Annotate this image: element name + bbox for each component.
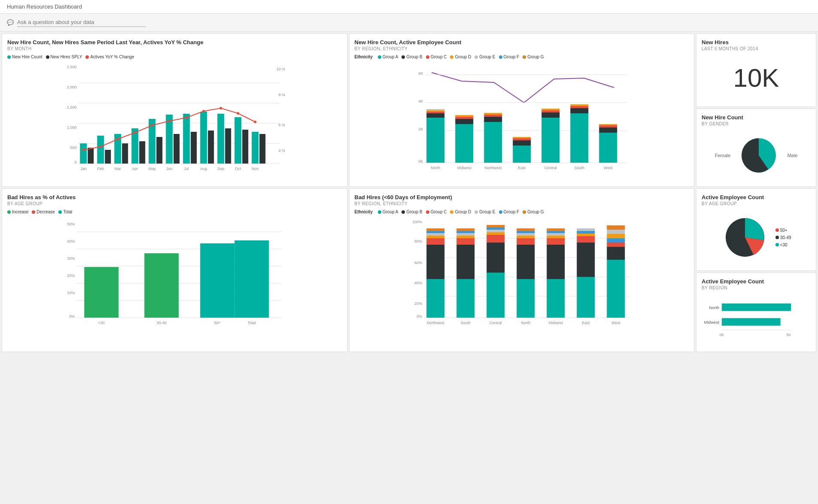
right-panel-bottom: Active Employee Count BY AGE GROUP 50+ 3… [696, 188, 816, 352]
chart1-legend: New Hire Count New Hires SPLY Actives Yo… [7, 55, 342, 59]
svg-rect-31 [173, 134, 179, 164]
svg-text:4 %: 4 % [279, 149, 286, 153]
svg-text:10%: 10% [67, 291, 75, 295]
svg-text:Oct: Oct [235, 167, 241, 171]
svg-rect-117 [144, 253, 179, 318]
pie-age: 50+ 30-49 <30 [702, 209, 811, 265]
svg-rect-29 [139, 141, 145, 164]
svg-rect-142 [456, 279, 474, 318]
chart2-legend: Ethnicity Group A Group B Group C Group … [355, 55, 689, 59]
svg-text:0: 0 [74, 160, 76, 164]
svg-text:40%: 40% [67, 239, 75, 243]
svg-rect-24 [234, 117, 241, 164]
svg-rect-180 [607, 234, 625, 238]
legend-group-a: Group A [378, 55, 398, 59]
svg-rect-163 [547, 279, 565, 318]
legend-new-hire-sply: New Hires SPLY [46, 55, 82, 59]
svg-text:West: West [604, 166, 613, 170]
svg-rect-78 [484, 115, 502, 117]
svg-rect-91 [570, 104, 588, 106]
svg-rect-138 [426, 236, 444, 238]
chart6-title: Bad Hires (<60 Days of Employment) [355, 194, 689, 200]
qa-input[interactable] [17, 18, 146, 27]
svg-text:North: North [521, 321, 530, 325]
svg-rect-137 [426, 238, 444, 245]
svg-point-40 [134, 131, 136, 134]
svg-text:Nov: Nov [252, 167, 259, 171]
svg-rect-157 [517, 245, 535, 279]
app-header: Human Resources Dashboard [0, 0, 818, 14]
legend-decrease: Decrease [32, 209, 55, 214]
chart-bad-hires-region: Bad Hires (<60 Days of Employment) BY RE… [349, 188, 695, 352]
svg-text:1,000: 1,000 [67, 125, 77, 130]
legend2-group-d: Group D [450, 209, 471, 214]
svg-rect-25 [252, 132, 258, 164]
svg-rect-141 [426, 228, 444, 231]
svg-point-43 [185, 116, 188, 119]
svg-rect-16 [97, 136, 104, 164]
svg-rect-167 [547, 233, 565, 236]
chart4-subtitle: BY GENDER [702, 121, 811, 126]
svg-rect-162 [517, 228, 535, 231]
svg-rect-136 [426, 245, 444, 279]
svg-text:Feb: Feb [97, 167, 104, 171]
svg-rect-70 [426, 110, 444, 112]
svg-rect-86 [541, 110, 560, 112]
svg-text:East: East [518, 166, 526, 170]
svg-text:<30: <30 [98, 321, 105, 325]
svg-text:0%: 0% [417, 314, 422, 319]
svg-rect-84 [541, 118, 560, 163]
svg-text:Jun: Jun [166, 167, 173, 171]
svg-rect-176 [607, 260, 625, 318]
svg-rect-119 [234, 240, 269, 318]
svg-point-47 [254, 121, 256, 123]
chart-new-hire-month: New Hire Count, New Hires Same Period La… [2, 33, 347, 187]
svg-text:0K: 0K [418, 159, 423, 164]
chart2-title: New Hire Count, Active Employee Count [355, 39, 689, 46]
svg-rect-145 [456, 236, 474, 238]
chart4-title: New Hire Count [702, 114, 811, 121]
chart8-area: North Midwest 0K 5K [702, 294, 811, 346]
chart5-legend: Increase Decrease Total [7, 209, 342, 214]
svg-rect-139 [426, 233, 444, 236]
svg-text:1,500: 1,500 [67, 105, 77, 109]
svg-text:50+: 50+ [214, 321, 221, 325]
svg-point-41 [151, 124, 153, 127]
svg-point-45 [219, 107, 222, 109]
svg-text:Northwest: Northwest [484, 166, 502, 170]
svg-rect-158 [517, 238, 535, 245]
svg-rect-79 [484, 113, 502, 115]
chart2-area: 6K 4K 2K 0K [355, 62, 689, 175]
svg-rect-90 [570, 106, 588, 108]
card-new-hire-gender: New Hire Count BY GENDER Female Male [696, 109, 816, 187]
svg-text:Jan: Jan [80, 167, 87, 171]
svg-rect-171 [577, 243, 595, 277]
chart1-title: New Hire Count, New Hires Same Period La… [7, 39, 342, 46]
svg-rect-82 [513, 138, 531, 140]
svg-rect-194 [722, 318, 781, 326]
svg-text:Aug: Aug [200, 167, 207, 171]
svg-rect-150 [487, 243, 505, 273]
chart5-area: 50% 40% 30% 20% 10% 0% [7, 217, 342, 330]
svg-rect-166 [547, 236, 565, 238]
svg-text:Midwest: Midwest [548, 321, 563, 325]
svg-text:East: East [582, 321, 590, 325]
svg-rect-178 [607, 243, 625, 247]
svg-rect-95 [599, 124, 617, 125]
pie-gender: Female Male [702, 130, 811, 181]
svg-rect-165 [547, 238, 565, 245]
svg-rect-155 [487, 225, 505, 228]
svg-text:Apr: Apr [132, 167, 138, 171]
legend-group-d: Group D [450, 55, 471, 59]
qa-icon: 💬 [7, 19, 14, 26]
svg-rect-74 [455, 117, 473, 119]
svg-rect-161 [517, 231, 535, 233]
svg-rect-36 [259, 134, 265, 164]
svg-rect-72 [455, 124, 473, 163]
chart1-area: 2,500 2,000 1,500 1,000 500 0 10 % 8 % 6… [7, 62, 342, 175]
svg-text:South: South [460, 321, 471, 325]
svg-rect-35 [242, 130, 248, 164]
svg-rect-153 [487, 230, 505, 232]
chart8-subtitle: BY REGION [702, 285, 811, 290]
svg-text:0K: 0K [720, 333, 724, 337]
